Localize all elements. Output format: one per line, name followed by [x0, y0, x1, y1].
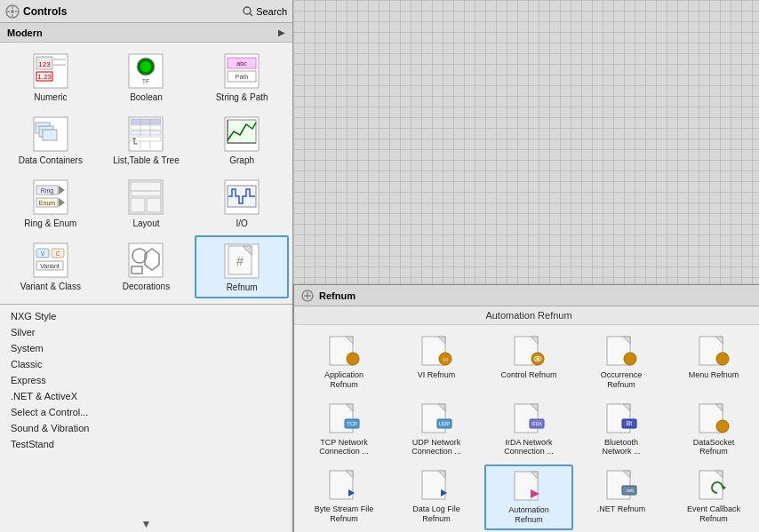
search-icon — [243, 6, 253, 17]
svg-text:Variant: Variant — [40, 263, 60, 269]
svg-rect-52 — [131, 198, 145, 212]
decorations-label: Decorations — [123, 282, 170, 292]
vi-refnum-label: VI Refnum — [418, 370, 456, 380]
list-table-tree-label: List,Table & Tree — [113, 155, 179, 166]
control-item-numeric[interactable]: 123 1.23 Numeric — [4, 46, 98, 107]
occurrence-refnum-label: OccurrenceRefnum — [601, 370, 643, 390]
menu-refnum-label: Menu Refnum — [689, 370, 739, 380]
boolean-icon: TF — [127, 52, 164, 90]
graph-label: Graph — [229, 155, 254, 166]
list-item-teststand[interactable]: TestStand — [0, 436, 292, 452]
list-item-net-activex[interactable]: .NET & ActiveX — [0, 388, 292, 404]
control-refnum-label: Control Refnum — [500, 370, 556, 380]
numeric-icon: 123 1.23 — [32, 52, 69, 90]
svg-rect-31 — [131, 119, 161, 124]
control-item-refnum[interactable]: # Refnum — [195, 235, 289, 298]
right-area: Refnum Automation Refnum ApplicationRefn… — [293, 0, 759, 532]
list-item-nxg-style[interactable]: NXG Style — [0, 308, 292, 324]
application-refnum-label: ApplicationRefnum — [324, 370, 364, 390]
svg-text:VI: VI — [443, 357, 448, 362]
popup-item-udp-network[interactable]: UDP UDP NetworkConnection ... — [392, 398, 481, 462]
popup-item-irda-network[interactable]: IFDA IrDA NetworkConnection ... — [484, 398, 573, 462]
grid-background: Refnum Automation Refnum ApplicationRefn… — [293, 0, 759, 532]
list-items: NXG Style Silver System Classic Express … — [0, 306, 292, 516]
svg-text:V: V — [40, 250, 44, 257]
control-item-variant-class[interactable]: V C Variant Variant & Class — [4, 235, 98, 298]
control-item-boolean[interactable]: TF Boolean — [100, 46, 194, 107]
ring-enum-icon: Ring Enum — [32, 179, 69, 216]
control-item-io[interactable]: I/O — [195, 172, 289, 234]
expand-down-icon[interactable]: ▼ — [0, 516, 292, 532]
popup-item-menu-refnum[interactable]: Menu Refnum — [669, 330, 758, 394]
control-item-ring-enum[interactable]: Ring Enum Ring & Enum — [4, 172, 98, 234]
modern-bar: Modern ▶ — [0, 23, 292, 43]
popup-item-event-callback[interactable]: Event CallbackRefnum — [669, 465, 758, 530]
compass-icon — [5, 4, 20, 19]
data-log-label: Data Log FileRefnum — [412, 504, 460, 524]
variant-class-icon: V C Variant — [32, 242, 69, 279]
popup-item-datasocket-refnum[interactable]: DataSocketRefnum — [669, 398, 758, 462]
panel-title: Controls — [23, 5, 67, 18]
tcp-network-label: TCP NetworkConnection ... — [319, 438, 369, 457]
svg-text:TF: TF — [142, 78, 150, 84]
svg-text:IFDA: IFDA — [531, 421, 542, 426]
svg-point-76 — [347, 353, 359, 365]
layout-icon — [127, 179, 164, 216]
list-item-sound-vibration[interactable]: Sound & Vibration — [0, 420, 292, 436]
control-item-layout[interactable]: Layout — [100, 172, 194, 234]
popup-item-data-log[interactable]: Data Log FileRefnum — [392, 465, 481, 530]
refnum-label: Refnum — [227, 282, 258, 293]
svg-point-91 — [716, 353, 729, 365]
left-panel: Controls Search Modern ▶ 123 1.23 — [0, 0, 293, 532]
net-refnum-label: .NET Refnum — [597, 504, 645, 514]
svg-point-88 — [624, 353, 636, 365]
byte-stream-label: Byte Stream FileRefnum — [315, 504, 374, 524]
popup-subtitle: Automation Refnum — [294, 306, 759, 325]
list-item-select-control[interactable]: Select a Control... — [0, 404, 292, 420]
list-item-silver[interactable]: Silver — [0, 324, 292, 340]
control-item-string-path[interactable]: abc Path String & Path — [195, 46, 289, 107]
list-item-express[interactable]: Express — [0, 372, 292, 388]
svg-rect-33 — [131, 131, 161, 135]
modern-label: Modern — [7, 28, 43, 38]
svg-rect-50 — [131, 182, 161, 196]
svg-rect-32 — [131, 125, 161, 130]
control-item-graph[interactable]: Graph — [195, 109, 289, 171]
boolean-label: Boolean — [130, 92, 163, 103]
search-button[interactable]: Search — [243, 6, 287, 17]
variant-class-label: Variant & Class — [20, 282, 81, 292]
datasocket-refnum-label: DataSocketRefnum — [693, 438, 735, 457]
data-containers-label: Data Containers — [19, 155, 83, 166]
list-item-system[interactable]: System — [0, 340, 292, 356]
popup-item-application-refnum[interactable]: ApplicationRefnum — [300, 330, 388, 394]
control-item-data-containers[interactable]: Data Containers — [4, 109, 98, 171]
popup-header: Refnum — [294, 285, 759, 306]
popup-item-tcp-network[interactable]: TCP TCP NetworkConnection ... — [300, 398, 388, 462]
event-callback-label: Event CallbackRefnum — [687, 504, 740, 524]
control-item-list-table-tree[interactable]: List,Table & Tree — [100, 109, 194, 171]
string-path-label: String & Path — [216, 92, 268, 103]
svg-marker-126 — [723, 485, 726, 490]
automation-refnum-label: AutomationRefnum — [508, 505, 549, 525]
popup-item-net-refnum[interactable]: .net .NET Refnum — [577, 465, 666, 530]
svg-text:123: 123 — [38, 60, 51, 68]
popup-item-automation-refnum[interactable]: AutomationRefnum — [484, 465, 573, 530]
title-group: Controls — [5, 4, 67, 19]
popup-item-control-refnum[interactable]: Control Refnum — [484, 330, 573, 394]
popup-item-byte-stream[interactable]: Byte Stream FileRefnum — [300, 465, 388, 530]
popup-item-occurrence-refnum[interactable]: OccurrenceRefnum — [577, 330, 666, 394]
control-item-decorations[interactable]: Decorations — [100, 235, 194, 298]
expand-arrow-icon: ▶ — [278, 28, 285, 37]
svg-text:.net: .net — [625, 488, 634, 493]
udp-network-label: UDP NetworkConnection ... — [411, 438, 461, 457]
svg-text:Enum: Enum — [39, 200, 55, 206]
svg-rect-53 — [147, 198, 161, 212]
svg-point-17 — [140, 61, 151, 72]
list-item-classic[interactable]: Classic — [0, 356, 292, 372]
svg-text:TCP: TCP — [347, 421, 357, 426]
svg-point-85 — [537, 358, 539, 361]
svg-text:#: # — [236, 254, 244, 268]
popup-item-vi-refnum[interactable]: VI VI Refnum — [392, 330, 481, 394]
svg-text:Bt: Bt — [627, 420, 633, 426]
popup-item-bluetooth-network[interactable]: Bt BluetoothNetwork ... — [577, 398, 666, 462]
